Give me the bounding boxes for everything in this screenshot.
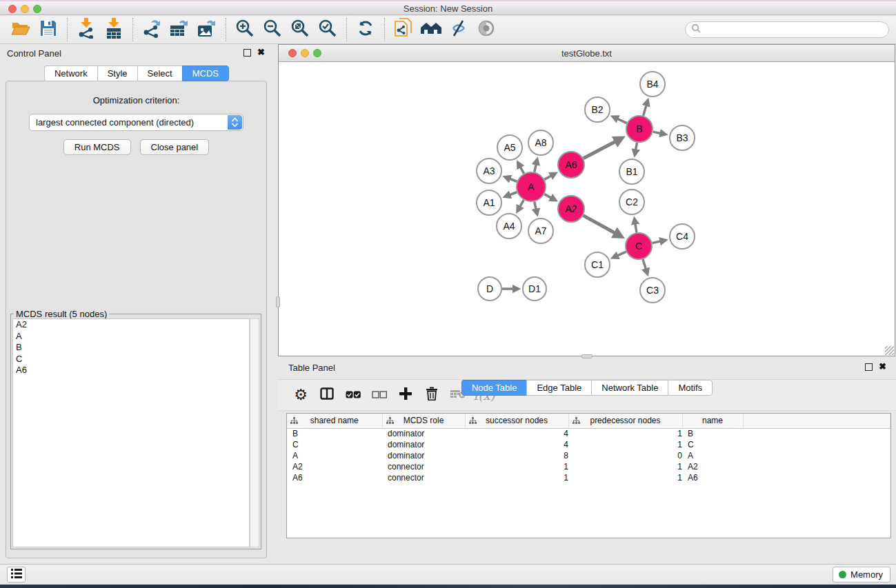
- mcds-result-item[interactable]: A6: [13, 365, 249, 376]
- graph-node-label: B4: [646, 79, 658, 90]
- mcds-result-item[interactable]: A2: [13, 319, 249, 331]
- toolbar-separator: [67, 18, 68, 41]
- mcds-result-title: MCDS result (5 nodes): [14, 309, 109, 319]
- mcds-result-group: MCDS result (5 nodes) A2ABCA6: [10, 314, 261, 549]
- window-resize-grip[interactable]: [885, 346, 894, 355]
- graph-node-label: C2: [626, 196, 638, 207]
- result-scrollbar[interactable]: [250, 318, 259, 547]
- graph-edge[interactable]: [644, 101, 648, 116]
- birds-eye-view-button[interactable]: [475, 19, 498, 41]
- graph-edge[interactable]: [518, 163, 524, 174]
- import-network-icon: [77, 18, 95, 41]
- tab-mcds[interactable]: MCDS: [182, 65, 229, 81]
- graph-node-label: C1: [591, 259, 604, 270]
- graph-node-label: B: [636, 123, 642, 134]
- graph-edge[interactable]: [643, 259, 647, 273]
- graph-edge[interactable]: [544, 194, 555, 200]
- network-overview-button[interactable]: [419, 19, 443, 41]
- graph-edge[interactable]: [613, 117, 626, 123]
- open-file-button[interactable]: [9, 19, 32, 41]
- graph-edge[interactable]: [584, 139, 621, 159]
- mcds-tab-content: Optimization criterion: largest connecte…: [6, 81, 267, 558]
- zoom-fit-button[interactable]: [288, 19, 312, 41]
- eye-icon: [477, 19, 496, 40]
- graph-node-label: A1: [483, 197, 495, 208]
- export-image-icon: [197, 19, 217, 41]
- open-network-file-button[interactable]: [392, 19, 415, 41]
- graph-node-label: B1: [626, 166, 637, 177]
- float-panel-icon[interactable]: [243, 49, 251, 57]
- graph-node-label: A3: [483, 165, 495, 176]
- mcds-result-item[interactable]: C: [13, 354, 249, 365]
- float-panel-icon[interactable]: [865, 363, 873, 371]
- graph-node-label: C: [635, 241, 642, 252]
- main-toolbar: [0, 16, 896, 44]
- graph-edge[interactable]: [506, 192, 517, 196]
- toggle-graphics-details-button[interactable]: [447, 19, 470, 41]
- graph-edge[interactable]: [635, 143, 637, 154]
- zoom-out-button[interactable]: [261, 19, 284, 41]
- tab-network[interactable]: Network: [44, 65, 97, 81]
- import-table-icon: [106, 18, 122, 41]
- close-panel-icon[interactable]: ✖: [257, 48, 265, 57]
- graph-node-label: A5: [504, 142, 515, 153]
- graph-edge[interactable]: [653, 132, 665, 134]
- export-table-button[interactable]: [168, 19, 191, 41]
- graph-edge[interactable]: [506, 177, 517, 181]
- close-panel-button[interactable]: Close panel: [140, 139, 210, 155]
- tab-edge-table[interactable]: Edge Table: [526, 380, 591, 396]
- table-panel-title: Table Panel: [288, 363, 335, 373]
- import-network-button[interactable]: [74, 19, 98, 41]
- tab-motifs[interactable]: Motifs: [668, 380, 713, 396]
- zoom-selected-button[interactable]: [316, 19, 339, 41]
- mcds-result-list[interactable]: A2ABCA6: [12, 318, 250, 547]
- tab-select[interactable]: Select: [137, 65, 182, 81]
- table-panel: Table Panel ✖ ⚙ f(x): [278, 358, 896, 564]
- graph-edge[interactable]: [584, 216, 621, 236]
- memory-button[interactable]: Memory: [833, 567, 890, 582]
- graph-edge[interactable]: [518, 200, 524, 210]
- graph-edge[interactable]: [535, 201, 537, 213]
- export-image-button[interactable]: [195, 19, 219, 41]
- graphics-details-icon: [449, 19, 468, 40]
- tab-style[interactable]: Style: [97, 65, 137, 81]
- tab-node-table[interactable]: Node Table: [461, 380, 527, 396]
- optimization-criterion-select[interactable]: largest connected component (directed): [29, 114, 243, 131]
- task-history-button[interactable]: [7, 567, 26, 582]
- search-input[interactable]: [704, 24, 877, 36]
- graph-node-label: D: [486, 283, 493, 294]
- graph-edge[interactable]: [535, 160, 537, 172]
- graph-edge[interactable]: [613, 252, 626, 257]
- search-box[interactable]: [685, 21, 889, 38]
- run-mcds-button[interactable]: Run MCDS: [63, 139, 131, 155]
- dropdown-spinner-icon: [228, 115, 242, 130]
- table-panel-header: Table Panel ✖: [278, 358, 896, 376]
- optimization-criterion-label: Optimization criterion:: [6, 95, 266, 105]
- network-canvas[interactable]: B4B2BB3A5A8A6A3B1AA1C2A2A4A7C4CC1C3DD1: [279, 62, 895, 356]
- import-table-button[interactable]: [102, 19, 126, 41]
- graph-edge[interactable]: [544, 174, 555, 179]
- toolbar-separator: [132, 18, 133, 41]
- save-floppy-icon: [39, 19, 57, 40]
- splitter-handle-vertical[interactable]: [276, 296, 280, 307]
- export-network-button[interactable]: [140, 19, 163, 41]
- mcds-result-item[interactable]: A: [13, 331, 249, 343]
- export-table-icon: [170, 19, 189, 41]
- zoom-in-button[interactable]: [233, 19, 257, 41]
- zoom-fit-icon: [290, 19, 310, 41]
- graph-node-label: B3: [676, 132, 688, 143]
- network-graph[interactable]: B4B2BB3A5A8A6A3B1AA1C2A2A4A7C4CC1C3DD1: [279, 62, 895, 356]
- mcds-result-item[interactable]: B: [13, 342, 249, 354]
- refresh-button[interactable]: [354, 19, 377, 41]
- export-network-icon: [142, 19, 161, 41]
- graph-node-label: A: [528, 181, 535, 192]
- close-panel-icon[interactable]: ✖: [879, 362, 886, 372]
- desktop-background: [0, 585, 896, 588]
- graph-edge[interactable]: [653, 241, 665, 243]
- tab-network-table[interactable]: Network Table: [591, 380, 668, 396]
- search-icon: [691, 23, 701, 36]
- homes-icon: [420, 20, 442, 39]
- memory-label: Memory: [850, 569, 883, 580]
- save-session-button[interactable]: [37, 19, 60, 41]
- graph-edge[interactable]: [635, 219, 637, 232]
